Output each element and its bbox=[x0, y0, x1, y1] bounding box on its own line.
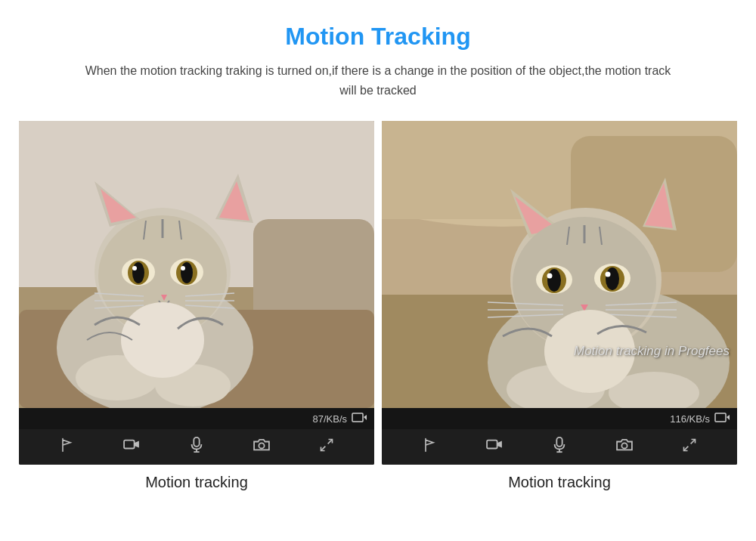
svg-point-22 bbox=[132, 266, 137, 270]
right-flag-icon[interactable] bbox=[422, 437, 437, 456]
svg-point-20 bbox=[132, 262, 144, 283]
right-bottom-overlay: 116/KB/s bbox=[382, 408, 737, 429]
left-mic-icon[interactable] bbox=[190, 437, 203, 457]
right-progress-text: Motion tracking in Progfees bbox=[574, 344, 730, 359]
right-controls[interactable] bbox=[382, 429, 737, 465]
right-panel: Motion tracking in Progfees 116/KB/s bbox=[382, 121, 737, 491]
left-cat-image bbox=[19, 121, 374, 408]
left-caption: Motion tracking bbox=[145, 474, 248, 491]
left-screen-icon bbox=[352, 413, 367, 425]
left-camera-frame: 87/KB/s bbox=[19, 121, 374, 465]
left-panel: 87/KB/s bbox=[19, 121, 374, 491]
svg-point-85 bbox=[621, 443, 627, 448]
svg-rect-38 bbox=[194, 437, 199, 447]
right-camera-icon[interactable] bbox=[616, 438, 633, 456]
left-speed: 87/KB/s bbox=[312, 413, 347, 425]
left-bottom-overlay: 87/KB/s bbox=[19, 408, 374, 429]
svg-rect-80 bbox=[487, 441, 497, 449]
left-video-icon[interactable] bbox=[123, 438, 140, 456]
svg-marker-37 bbox=[135, 441, 139, 448]
svg-point-64 bbox=[547, 269, 561, 292]
right-expand-icon[interactable] bbox=[682, 437, 697, 456]
right-screen-icon bbox=[714, 413, 730, 425]
svg-marker-81 bbox=[497, 441, 502, 448]
svg-rect-82 bbox=[556, 437, 562, 447]
right-mic-icon[interactable] bbox=[553, 437, 566, 457]
right-camera-frame: Motion tracking in Progfees 116/KB/s bbox=[382, 121, 737, 465]
main-title: Motion Tracking bbox=[285, 23, 470, 51]
svg-marker-79 bbox=[727, 415, 730, 420]
right-speed: 116/KB/s bbox=[670, 413, 710, 425]
svg-point-33 bbox=[121, 302, 204, 378]
svg-point-66 bbox=[547, 274, 553, 279]
svg-line-43 bbox=[321, 447, 326, 451]
svg-line-87 bbox=[684, 447, 689, 451]
svg-line-86 bbox=[691, 440, 696, 444]
svg-point-23 bbox=[181, 266, 185, 270]
images-row: 87/KB/s bbox=[15, 121, 741, 491]
svg-point-21 bbox=[181, 262, 193, 283]
svg-point-67 bbox=[606, 272, 611, 277]
left-controls[interactable] bbox=[19, 429, 374, 465]
left-camera-icon[interactable] bbox=[253, 438, 270, 456]
svg-rect-78 bbox=[715, 413, 726, 422]
left-expand-icon[interactable] bbox=[319, 437, 334, 456]
svg-point-65 bbox=[606, 267, 619, 290]
svg-marker-35 bbox=[364, 415, 367, 420]
svg-line-42 bbox=[328, 440, 333, 444]
subtitle-text: When the motion tracking traking is turn… bbox=[76, 61, 680, 100]
svg-point-41 bbox=[259, 443, 264, 448]
right-caption: Motion tracking bbox=[508, 474, 611, 491]
right-video-icon[interactable] bbox=[486, 438, 503, 456]
svg-rect-34 bbox=[352, 413, 363, 422]
right-cat-image: Motion tracking in Progfees bbox=[382, 121, 737, 408]
svg-rect-36 bbox=[124, 441, 135, 449]
page-wrapper: Motion Tracking When the motion tracking… bbox=[0, 0, 756, 491]
left-flag-icon[interactable] bbox=[59, 437, 74, 456]
